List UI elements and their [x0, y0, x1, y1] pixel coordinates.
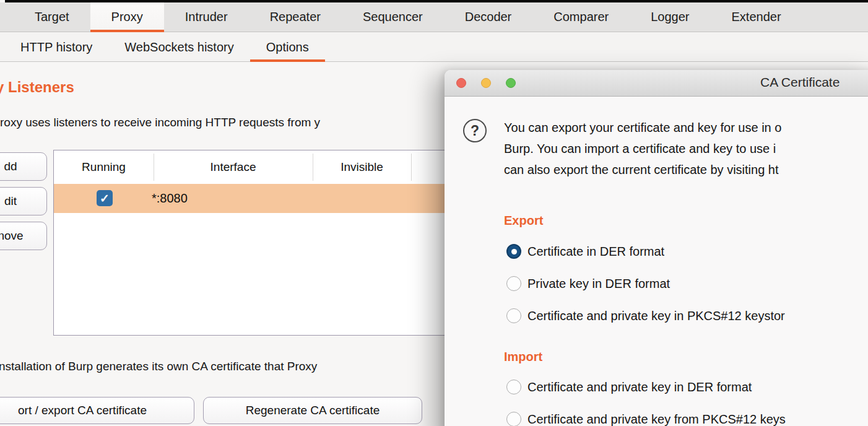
main-tab-bar: Target Proxy Intruder Repeater Sequencer… — [0, 2, 868, 32]
check-icon: ✓ — [100, 191, 110, 206]
radio-option-cert-and-key-pkcs12[interactable]: Certificate and private key in PKCS#12 k… — [506, 308, 785, 323]
proxy-listeners-heading: y Listeners — [0, 79, 74, 96]
proxy-sub-tab-bar: HTTP history WebSockets history Options — [0, 33, 868, 62]
radio-unselected-icon[interactable] — [506, 412, 521, 426]
column-divider — [313, 154, 313, 181]
intro-line: You can export your certificate and key … — [504, 117, 781, 138]
radio-option-private-key-der[interactable]: Private key in DER format — [506, 276, 670, 291]
question-mark-glyph: ? — [471, 123, 479, 139]
tab-target[interactable]: Target — [14, 2, 90, 32]
tab-extender[interactable]: Extender — [711, 2, 802, 32]
intro-line: Burp. You can import a certificate and k… — [504, 138, 781, 159]
intro-line: can also export the current certificate … — [504, 159, 781, 180]
tab-repeater[interactable]: Repeater — [249, 2, 342, 32]
column-header-running[interactable]: Running — [54, 150, 154, 184]
tab-label: Extender — [732, 10, 781, 24]
tab-proxy[interactable]: Proxy — [90, 2, 164, 32]
radio-unselected-icon[interactable] — [506, 276, 521, 291]
column-divider — [154, 154, 154, 181]
subtab-websockets-history[interactable]: WebSockets history — [108, 33, 250, 61]
tab-comparer[interactable]: Comparer — [532, 2, 630, 32]
tab-label: Sequencer — [363, 10, 423, 24]
regenerate-ca-certificate-button[interactable]: Regenerate CA certificate — [203, 397, 422, 424]
dialog-title: CA Certificate — [760, 75, 840, 90]
ca-certificate-description: nstallation of Burp generates its own CA… — [0, 360, 317, 373]
tab-label: Comparer — [553, 10, 609, 24]
radio-unselected-icon[interactable] — [506, 380, 521, 394]
tab-logger[interactable]: Logger — [630, 2, 710, 32]
zoom-window-button[interactable] — [506, 78, 516, 88]
radio-label: Certificate and private key in PKCS#12 k… — [527, 309, 785, 323]
ca-certificate-dialog: CA Certificate ? You can export your cer… — [445, 70, 868, 426]
dialog-title-bar: CA Certificate — [445, 70, 868, 97]
subtab-label: HTTP history — [20, 40, 92, 54]
tab-label: Repeater — [270, 10, 321, 24]
add-listener-button[interactable]: dd — [0, 152, 47, 181]
proxy-listeners-table[interactable]: Running Interface Invisible ✓ *:8080 — [53, 150, 454, 336]
dialog-intro-text: You can export your certificate and key … — [504, 117, 781, 180]
subtab-http-history[interactable]: HTTP history — [4, 33, 108, 61]
subtab-label: WebSockets history — [124, 40, 233, 54]
radio-option-import-cert-key-der[interactable]: Certificate and private key in DER forma… — [506, 380, 752, 394]
subtab-label: Options — [266, 40, 309, 54]
radio-option-certificate-der[interactable]: Certificate in DER format — [506, 244, 664, 259]
tab-decoder[interactable]: Decoder — [444, 2, 533, 32]
proxy-listeners-description: roxy uses listeners to receive incoming … — [0, 116, 320, 129]
interface-cell: *:8080 — [152, 184, 188, 213]
minimize-window-button[interactable] — [481, 78, 491, 88]
running-checkbox[interactable]: ✓ — [97, 190, 113, 206]
radio-label: Private key in DER format — [527, 277, 670, 291]
tab-sequencer[interactable]: Sequencer — [342, 2, 444, 32]
tab-label: Target — [35, 10, 69, 24]
tab-label: Intruder — [185, 10, 228, 24]
tab-label: Logger — [651, 10, 689, 24]
table-row[interactable]: ✓ *:8080 — [54, 184, 454, 213]
table-header: Running Interface Invisible — [54, 150, 454, 184]
edit-listener-button[interactable]: dit — [0, 187, 47, 215]
subtab-options[interactable]: Options — [250, 33, 325, 61]
tab-label: Decoder — [465, 10, 512, 24]
remove-listener-button[interactable]: nove — [0, 222, 47, 250]
column-divider — [411, 154, 412, 181]
column-header-invisible[interactable]: Invisible — [313, 150, 411, 184]
radio-label: Certificate in DER format — [527, 245, 664, 259]
radio-unselected-icon[interactable] — [506, 308, 521, 323]
help-question-icon: ? — [463, 119, 487, 142]
tab-intruder[interactable]: Intruder — [164, 2, 249, 32]
radio-label: Certificate and private key in DER forma… — [527, 380, 752, 394]
column-header-interface[interactable]: Interface — [154, 150, 313, 184]
import-section-heading: Import — [504, 350, 542, 364]
radio-selected-icon[interactable] — [506, 244, 521, 259]
tab-label: Proxy — [111, 10, 143, 24]
close-window-button[interactable] — [456, 78, 466, 88]
import-export-ca-certificate-button[interactable]: ort / export CA certificate — [0, 397, 194, 424]
radio-label: Certificate and private key from PKCS#12… — [527, 412, 786, 426]
export-section-heading: Export — [504, 214, 543, 228]
radio-option-import-cert-key-pkcs12[interactable]: Certificate and private key from PKCS#12… — [506, 412, 786, 426]
